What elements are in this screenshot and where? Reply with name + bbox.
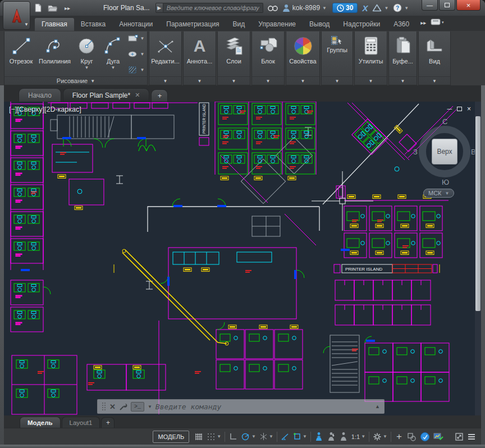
- graphics-performance-toggle[interactable]: [418, 431, 432, 443]
- a360-icon[interactable]: [372, 4, 382, 12]
- qat-expand-button[interactable]: ▸▸: [62, 3, 73, 13]
- layers-panel-caret[interactable]: ▼: [218, 76, 250, 85]
- search-input[interactable]: [163, 3, 263, 13]
- help-caret-icon[interactable]: ▼: [404, 6, 409, 11]
- annotation-scale-value[interactable]: 1:1 ▼: [350, 431, 367, 443]
- exchange-apps-icon[interactable]: X: [362, 3, 368, 13]
- autoscale-toggle[interactable]: [325, 431, 337, 443]
- ellipse-button[interactable]: ▼: [127, 51, 145, 58]
- groups-panel-caret[interactable]: ▼: [322, 76, 353, 85]
- floor-plan-drawing[interactable]: PRINTER ISLAND PRINTER ISLAND: [4, 102, 475, 415]
- model-space-canvas[interactable]: [−][Сверху][2D-каркас] ─ ×: [4, 102, 481, 415]
- clipboard-panel-caret[interactable]: ▼: [389, 76, 417, 85]
- polar-caret-icon[interactable]: ▼: [251, 434, 256, 439]
- workspace-caret-icon[interactable]: ▼: [383, 434, 387, 439]
- vp-restore-icon[interactable]: [457, 107, 462, 111]
- annotation-button[interactable]: A Аннота...: [184, 33, 215, 76]
- grid-display-toggle[interactable]: [193, 431, 205, 443]
- osnap-caret-icon[interactable]: ▼: [303, 434, 307, 439]
- model-tab[interactable]: Модель: [20, 417, 61, 428]
- viewport-controls-label[interactable]: [−][Сверху][2D-каркас]: [9, 106, 81, 113]
- open-file-button[interactable]: [47, 3, 58, 13]
- utilities-button[interactable]: Утилиты: [355, 33, 386, 76]
- clipboard-button[interactable]: Буфе...: [390, 33, 416, 76]
- recent-commands-button[interactable]: >_: [131, 402, 144, 412]
- command-input[interactable]: Введите команду: [155, 403, 221, 411]
- customize-wrench-icon[interactable]: [119, 403, 127, 411]
- annotation-visibility-toggle[interactable]: [313, 431, 325, 443]
- ucs-menu[interactable]: МСК ▼: [423, 189, 454, 198]
- hardware-acceleration-button[interactable]: [432, 431, 445, 443]
- scrollbar-thumb[interactable]: [475, 116, 481, 311]
- object-snap-tracking-toggle[interactable]: [279, 431, 291, 443]
- workspace-switching-button[interactable]: ▼: [371, 431, 389, 443]
- object-snap-toggle[interactable]: ▼: [291, 431, 309, 443]
- command-close-icon[interactable]: ✕: [109, 403, 116, 411]
- layers-button[interactable]: Слои: [218, 33, 249, 76]
- tab-overflow-icon[interactable]: ▸▸: [420, 20, 426, 26]
- a360-caret-icon[interactable]: ▼: [384, 6, 388, 11]
- properties-panel-caret[interactable]: ▼: [286, 76, 319, 85]
- arc-button[interactable]: Дуга ▼: [100, 33, 126, 76]
- snap-caret-icon[interactable]: ▼: [217, 434, 221, 439]
- minimize-button[interactable]: —: [422, 0, 438, 11]
- signin-user-icon[interactable]: [282, 4, 290, 12]
- modify-button[interactable]: Редакти...: [150, 33, 181, 76]
- isolate-objects-button[interactable]: +: [393, 431, 405, 443]
- command-history-toggle[interactable]: ▲: [375, 404, 380, 409]
- new-file-button[interactable]: [33, 3, 44, 13]
- tab-close-icon[interactable]: ✕: [135, 92, 140, 99]
- tab-output[interactable]: Вывод: [303, 18, 336, 31]
- new-tab-button[interactable]: +: [151, 89, 168, 102]
- properties-button[interactable]: Свойства: [287, 33, 319, 76]
- viewcube-top-face[interactable]: Верх: [432, 139, 457, 164]
- draw-panel-footer[interactable]: Рисование ▼: [4, 76, 147, 85]
- circle-button[interactable]: Круг ▼: [74, 33, 100, 76]
- polar-tracking-toggle[interactable]: ▼: [239, 431, 258, 443]
- vp-close-icon[interactable]: ×: [467, 105, 471, 113]
- tab-manage[interactable]: Управление: [251, 18, 303, 31]
- layout1-tab[interactable]: Layout1: [62, 417, 100, 428]
- tab-home[interactable]: Главная: [35, 18, 74, 31]
- close-button[interactable]: ×: [456, 0, 481, 11]
- customization-button[interactable]: [465, 431, 478, 443]
- circle-caret-icon[interactable]: ▼: [85, 65, 89, 70]
- ortho-toggle[interactable]: [227, 431, 239, 443]
- ribbon-minimize-button[interactable]: ▾: [431, 17, 444, 28]
- block-panel-caret[interactable]: ▼: [252, 76, 284, 85]
- new-layout-button[interactable]: +: [101, 417, 115, 428]
- tab-annotate[interactable]: Аннотации: [112, 18, 159, 31]
- user-menu-caret-icon[interactable]: ▼: [322, 6, 327, 11]
- vertical-scrollbar[interactable]: [475, 102, 481, 415]
- annotation-scale-person-icon[interactable]: [337, 431, 350, 443]
- polyline-button[interactable]: Полилиния: [36, 33, 74, 76]
- tab-a360[interactable]: A360: [387, 18, 416, 31]
- hatch-button[interactable]: ▼: [127, 66, 145, 74]
- command-bar-grip[interactable]: [102, 402, 106, 411]
- scale-caret-icon[interactable]: ▼: [361, 434, 365, 439]
- viewcube[interactable]: С З В Ю Верх МСК ▼: [414, 118, 475, 203]
- maximize-button[interactable]: [439, 0, 455, 11]
- modify-panel-caret[interactable]: ▼: [149, 76, 181, 85]
- annotation-panel-caret[interactable]: ▼: [184, 76, 216, 85]
- rectangle-button[interactable]: ▼: [127, 35, 145, 42]
- isodraft-toggle[interactable]: ▼: [258, 431, 275, 443]
- arc-caret-icon[interactable]: ▼: [111, 65, 116, 70]
- search-binoculars-icon[interactable]: [268, 4, 278, 12]
- utilities-panel-caret[interactable]: ▼: [355, 76, 387, 85]
- recent-commands-caret-icon[interactable]: ▼: [148, 404, 152, 409]
- line-button[interactable]: Отрезок: [6, 33, 36, 76]
- help-button[interactable]: ?: [393, 3, 402, 12]
- fullscreen-button[interactable]: [453, 431, 465, 443]
- file-tab-document[interactable]: Floor Plan Sample* ✕: [63, 88, 150, 102]
- application-menu-button[interactable]: ▼: [3, 1, 30, 30]
- isodraft-caret-icon[interactable]: ▼: [269, 434, 273, 439]
- tab-addins[interactable]: Надстройки: [336, 18, 387, 31]
- viewcube-north[interactable]: С: [442, 117, 447, 126]
- view-button[interactable]: Вид: [419, 33, 450, 76]
- command-line-bar[interactable]: ✕ >_ ▼ Введите команду ▲: [97, 399, 385, 414]
- groups-button[interactable]: Группы: [322, 33, 352, 76]
- username-label[interactable]: kok-8989: [292, 4, 320, 12]
- viewcube-south[interactable]: Ю: [442, 178, 449, 186]
- tab-parametric[interactable]: Параметризация: [159, 18, 226, 31]
